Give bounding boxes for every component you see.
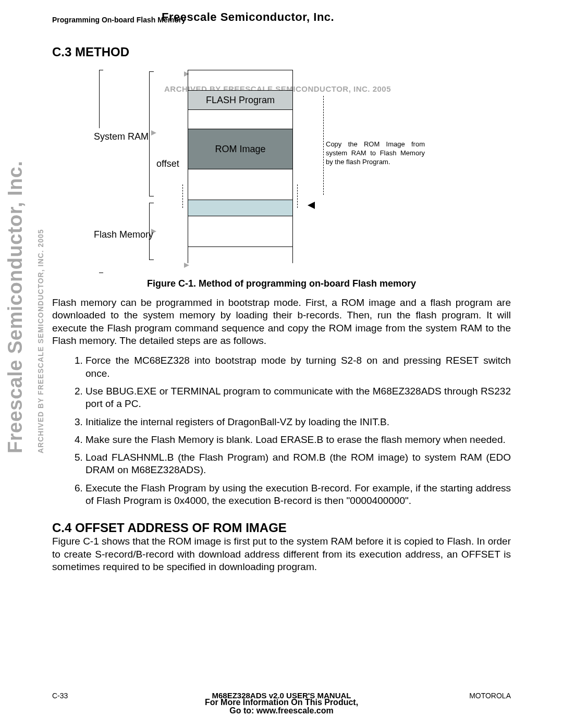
label-system-ram: System RAM — [94, 131, 149, 142]
footer-goto: Go to: www.freescale.com — [52, 706, 511, 715]
arrow-icon — [151, 130, 156, 135]
list-item: Use BBUG.EXE or TERMINAL program to comm… — [85, 385, 511, 411]
dashed-connector — [323, 96, 324, 195]
mem-row-blank — [188, 216, 292, 247]
memory-stack: FLASH Program ROM Image — [188, 70, 293, 263]
memory-diagram: ARCHIVED BY FREESCALE SEMICONDUCTOR, INC… — [99, 70, 464, 273]
arrow-left-icon — [308, 202, 315, 209]
mem-row-flash-program: FLASH Program — [188, 91, 292, 110]
dashed-connector — [297, 184, 298, 208]
dashed-connector — [182, 184, 183, 208]
steps-list: Force the MC68EZ328 into bootstrap mode … — [52, 354, 511, 507]
bracket-system-ram — [149, 71, 150, 196]
list-item: Make sure the Flash Memory is blank. Loa… — [85, 434, 511, 446]
label-offset: offset — [156, 158, 179, 169]
label-flash-memory: Flash Memory — [94, 229, 153, 240]
mem-row-blank — [188, 70, 292, 91]
page-header: Programming On-board Flash Memory Freesc… — [52, 16, 511, 24]
paragraph-c4: Figure C-1 shows that the ROM image is f… — [52, 535, 511, 573]
figure-caption: Figure C-1. Method of programming on-boa… — [52, 278, 511, 289]
mem-row-blank — [188, 169, 292, 200]
section-c4-heading: C.4 OFFSET ADDRESS OF ROM IMAGE — [52, 521, 511, 535]
side-watermark-small: ARCHIVED BY FREESCALE SEMICONDUCTOR, INC… — [36, 229, 45, 453]
section-c3-heading: C.3 METHOD — [52, 45, 511, 59]
list-item: Force the MC68EZ328 into bootstrap mode … — [85, 354, 511, 380]
list-item: Initialize the internal registers of Dra… — [85, 416, 511, 428]
header-overlay: Freescale Semiconductor, Inc. — [162, 10, 334, 24]
mem-row-blank — [188, 247, 292, 267]
list-item: Load FLASHNML.B (the Flash Program) and … — [85, 451, 511, 477]
diagram-note: Copy the ROM Image from system RAM to Fl… — [326, 140, 425, 167]
mem-row-blank — [188, 110, 292, 129]
page-content: Programming On-board Flash Memory Freesc… — [52, 16, 511, 573]
list-item: Execute the Flash Program by using the e… — [85, 482, 511, 508]
mem-row-rom-image: ROM Image — [188, 129, 292, 169]
side-watermark-large: Freescale Semiconductor, Inc. — [4, 161, 27, 454]
mem-row-flash-target — [188, 200, 292, 216]
paragraph-c3: Flash memory can be programmed in bootst… — [52, 297, 511, 347]
